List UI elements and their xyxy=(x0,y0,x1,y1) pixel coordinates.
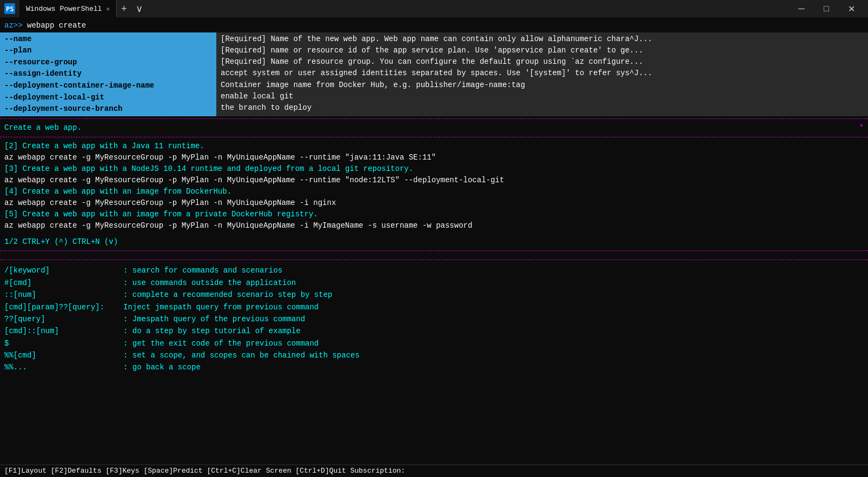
help-item-1: #[cmd]: use commands outside the applica… xyxy=(4,277,864,289)
example-command-3: az webapp create -g MyResourceGroup -p M… xyxy=(4,220,864,231)
help-key-0: /[keyword] xyxy=(4,264,123,276)
ac-desc-3: accept system or user assigned identitie… xyxy=(221,68,864,78)
help-item-6: $: get the exit code of the previous com… xyxy=(4,337,864,349)
help-key-8: %%... xyxy=(4,361,123,373)
ac-desc-4: Container image name from Docker Hub, e.… xyxy=(221,80,864,90)
close-button[interactable]: ✕ xyxy=(839,0,864,17)
example-label-2: [4] Create a web app with an image from … xyxy=(4,186,864,197)
examples-section: [2] Create a web app with a Java 11 runt… xyxy=(0,140,868,233)
ac-desc-2: [Required] Name of resource group. You c… xyxy=(221,56,864,67)
ac-item---name[interactable]: --name xyxy=(0,34,216,45)
help-key-2: ::[num] xyxy=(4,289,123,301)
autocomplete-descriptions: [Required] Name of the new web app. Web … xyxy=(216,32,868,116)
pager-section: 1/2 CTRL+Y (^) CTRL+N (v) xyxy=(0,236,868,249)
ac-item---deployment-local-git[interactable]: --deployment-local-git xyxy=(0,92,216,104)
tab-powershell[interactable]: Windows PowerShell ✕ xyxy=(19,0,117,17)
divider-1 xyxy=(0,118,868,119)
terminal[interactable]: az>> webapp create --name--plan--resourc… xyxy=(0,17,868,477)
description-star: * xyxy=(859,122,864,134)
status-bar-text: [F1]Layout [F2]Defaults [F3]Keys [Space]… xyxy=(4,467,405,475)
example-label-1: [3] Create a web app with a NodeJS 10.14… xyxy=(4,163,864,175)
description-title: Create a web app. xyxy=(4,122,82,134)
window-controls: ─ □ ✕ xyxy=(789,0,864,17)
autocomplete-list[interactable]: --name--plan--resource-group--assign-ide… xyxy=(0,32,216,116)
help-key-5: [cmd]::[num] xyxy=(4,325,123,337)
divider-4 xyxy=(0,260,868,260)
help-desc-2: : complete a recommended scenario step b… xyxy=(123,289,332,301)
help-item-5: [cmd]::[num]: do a step by step tutorial… xyxy=(4,325,864,337)
help-desc-0: : search for commands and scenarios xyxy=(123,264,282,276)
prompt-line: az>> webapp create xyxy=(0,19,868,32)
app-icon: PS xyxy=(4,3,15,14)
help-desc-7: : set a scope, and scopes can be chained… xyxy=(123,349,360,361)
ac-item---deployment-source-branch[interactable]: --deployment-source-branch xyxy=(0,103,216,115)
help-section: /[keyword]: search for commands and scen… xyxy=(0,262,868,376)
ac-item---plan[interactable]: --plan xyxy=(0,45,216,57)
help-key-6: $ xyxy=(4,337,123,349)
help-key-4: ??[query] xyxy=(4,313,123,325)
svg-text:PS: PS xyxy=(6,5,14,13)
minimize-button[interactable]: ─ xyxy=(789,0,814,17)
help-desc-3: Inject jmespath query from previous comm… xyxy=(123,301,319,313)
tab-close-icon[interactable]: ✕ xyxy=(106,5,110,12)
help-key-7: %%[cmd] xyxy=(4,349,123,361)
prompt-command: webapp create xyxy=(23,21,87,30)
description-section: Create a web app. * xyxy=(0,121,868,135)
ac-item---assign-identity[interactable]: --assign-identity xyxy=(0,68,216,80)
add-tab-button[interactable]: + xyxy=(117,3,131,15)
help-key-1: #[cmd] xyxy=(4,277,123,289)
help-item-2: ::[num]: complete a recommended scenario… xyxy=(4,289,864,301)
tab-bar: Windows PowerShell ✕ + ∨ xyxy=(19,0,147,17)
help-item-0: /[keyword]: search for commands and scen… xyxy=(4,264,864,276)
example-command-2: az webapp create -g MyResourceGroup -p M… xyxy=(4,197,864,209)
help-item-7: %%[cmd]: set a scope, and scopes can be … xyxy=(4,349,864,361)
ac-item---deployment-container-image-name[interactable]: --deployment-container-image-name xyxy=(0,80,216,92)
help-desc-6: : get the exit code of the previous comm… xyxy=(123,337,319,349)
help-desc-4: : Jmespath query of the previous command xyxy=(123,313,305,325)
help-desc-5: : do a step by step tutorial of example xyxy=(123,325,301,337)
example-command-0: az webapp create -g MyResourceGroup -p M… xyxy=(4,152,864,163)
help-item-8: %%...: go back a scope xyxy=(4,361,864,373)
ac-desc-1: [Required] name or resource id of the ap… xyxy=(221,45,864,56)
example-command-1: az webapp create -g MyResourceGroup -p M… xyxy=(4,175,864,186)
tab-dropdown-button[interactable]: ∨ xyxy=(131,3,147,15)
ac-desc-5: enable local git xyxy=(221,91,864,102)
ac-item---resource-group[interactable]: --resource-group xyxy=(0,57,216,69)
help-item-3: [cmd][param]??[query]:Inject jmespath qu… xyxy=(4,301,864,313)
help-desc-1: : use commands outside the application xyxy=(123,277,296,289)
divider-3 xyxy=(0,250,868,251)
help-key-3: [cmd][param]??[query]: xyxy=(4,301,123,313)
tab-label: Windows PowerShell xyxy=(26,5,102,13)
ac-desc-6: the branch to deploy xyxy=(221,102,864,113)
example-label-0: [2] Create a web app with a Java 11 runt… xyxy=(4,141,864,152)
pager-text: 1/2 CTRL+Y (^) CTRL+N (v) xyxy=(4,237,118,246)
maximize-button[interactable]: □ xyxy=(814,0,839,17)
titlebar: PS Windows PowerShell ✕ + ∨ ─ □ ✕ xyxy=(0,0,868,17)
ac-desc-0: [Required] Name of the new web app. Web … xyxy=(221,34,864,44)
divider-2 xyxy=(0,137,868,137)
example-label-3: [5] Create a web app with an image from … xyxy=(4,209,864,220)
autocomplete-panel: --name--plan--resource-group--assign-ide… xyxy=(0,32,868,116)
help-item-4: ??[query]: Jmespath query of the previou… xyxy=(4,313,864,325)
status-bar: [F1]Layout [F2]Defaults [F3]Keys [Space]… xyxy=(0,465,868,477)
prompt-prefix: az>> xyxy=(4,21,23,30)
help-desc-8: : go back a scope xyxy=(123,361,201,373)
